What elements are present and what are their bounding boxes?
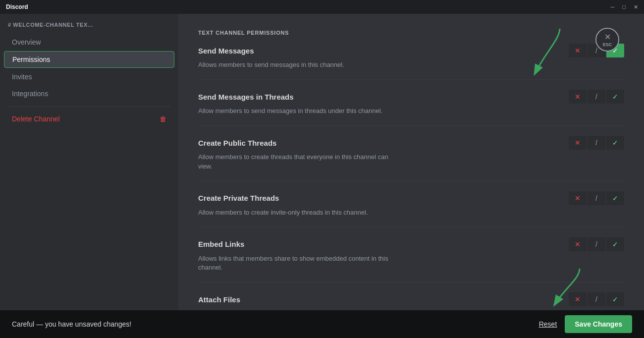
allow-btn-embed-links[interactable]: ✓ xyxy=(606,237,624,251)
sidebar-item-permissions[interactable]: Permissions xyxy=(4,51,174,68)
permission-row-send-messages: Send Messages ✕ / ✓ Allows members to se… xyxy=(198,44,624,80)
trash-icon: 🗑 xyxy=(160,115,166,123)
delete-channel-button[interactable]: Delete Channel 🗑 xyxy=(4,111,174,127)
permission-row-create-private-threads: Create Private Threads ✕ / ✓ Allow membe… xyxy=(198,191,624,227)
perm-desc: Allow members to send messages in thread… xyxy=(198,107,396,115)
perm-desc: Allow members to create threads that eve… xyxy=(198,153,396,170)
perm-header: Send Messages in Threads ✕ / ✓ xyxy=(198,90,624,104)
neutral-btn-create-public-threads[interactable]: / xyxy=(588,136,605,150)
channel-name: # welcome-channel tex... xyxy=(0,22,178,34)
permission-row-send-messages-threads: Send Messages in Threads ✕ / ✓ Allow mem… xyxy=(198,90,624,126)
delete-channel-label: Delete Channel xyxy=(12,115,60,123)
esc-button[interactable]: ✕ ESC xyxy=(595,28,619,52)
deny-btn-attach-files[interactable]: ✕ xyxy=(569,292,587,306)
esc-label: ESC xyxy=(603,42,612,47)
permission-row-embed-links: Embed Links ✕ / ✓ Allows links that memb… xyxy=(198,237,624,282)
save-changes-button[interactable]: Save Changes xyxy=(565,315,632,333)
perm-desc: Allows members to send messages in this … xyxy=(198,60,396,69)
main-layout: # welcome-channel tex... Overview Permis… xyxy=(0,14,644,338)
neutral-btn-attach-files[interactable]: / xyxy=(588,292,605,306)
allow-btn-send-messages-threads[interactable]: ✓ xyxy=(606,90,624,104)
section-label: TEXT CHANNEL PERMISSIONS xyxy=(198,30,624,36)
perm-controls: ✕ / ✓ xyxy=(569,292,624,306)
perm-title: Embed Links xyxy=(198,240,244,248)
sidebar-divider xyxy=(8,106,170,107)
close-button[interactable]: ✕ xyxy=(634,4,638,10)
app-title: Discord xyxy=(6,3,28,10)
neutral-btn-embed-links[interactable]: / xyxy=(588,237,605,251)
deny-btn-embed-links[interactable]: ✕ xyxy=(569,237,587,251)
perm-desc: Allow members to create invite-only thre… xyxy=(198,208,396,217)
allow-btn-attach-files[interactable]: ✓ xyxy=(606,292,624,306)
unsaved-text: Careful — you have unsaved changes! xyxy=(12,320,131,328)
allow-btn-create-public-threads[interactable]: ✓ xyxy=(606,136,624,150)
window-controls: ─ □ ✕ xyxy=(611,4,638,10)
neutral-btn-create-private-threads[interactable]: / xyxy=(588,191,605,205)
deny-btn-create-private-threads[interactable]: ✕ xyxy=(569,191,587,205)
perm-desc: Allows links that members share to show … xyxy=(198,254,396,272)
neutral-btn-send-messages-threads[interactable]: / xyxy=(588,90,605,104)
perm-header: Embed Links ✕ / ✓ xyxy=(198,237,624,251)
sidebar: # welcome-channel tex... Overview Permis… xyxy=(0,14,178,338)
perm-title: Send Messages in Threads xyxy=(198,93,294,101)
allow-btn-create-private-threads[interactable]: ✓ xyxy=(606,191,624,205)
perm-title: Create Private Threads xyxy=(198,194,279,202)
sidebar-item-overview[interactable]: Overview xyxy=(4,34,174,50)
perm-controls: ✕ / ✓ xyxy=(569,136,624,150)
content-area: TEXT CHANNEL PERMISSIONS Send Messages ✕… xyxy=(178,14,644,338)
bottom-bar: Careful — you have unsaved changes! Rese… xyxy=(0,310,644,338)
bottom-actions: Reset Save Changes xyxy=(539,315,632,333)
perm-header: Attach Files ✕ / ✓ xyxy=(198,292,624,306)
deny-btn-send-messages[interactable]: ✕ xyxy=(569,44,587,57)
sidebar-item-invites[interactable]: Invites xyxy=(4,69,174,85)
perm-header: Create Private Threads ✕ / ✓ xyxy=(198,191,624,205)
titlebar: Discord ─ □ ✕ xyxy=(0,0,644,14)
perm-header: Create Public Threads ✕ / ✓ xyxy=(198,136,624,150)
perm-title: Attach Files xyxy=(198,295,240,304)
deny-btn-send-messages-threads[interactable]: ✕ xyxy=(569,90,587,104)
x-icon: ✕ xyxy=(604,32,611,42)
permission-row-create-public-threads: Create Public Threads ✕ / ✓ Allow member… xyxy=(198,136,624,181)
maximize-button[interactable]: □ xyxy=(622,4,626,10)
deny-btn-create-public-threads[interactable]: ✕ xyxy=(569,136,587,150)
reset-button[interactable]: Reset xyxy=(539,320,557,328)
sidebar-item-integrations[interactable]: Integrations xyxy=(4,86,174,102)
perm-controls: ✕ / ✓ xyxy=(569,191,624,205)
perm-controls: ✕ / ✓ xyxy=(569,90,624,104)
perm-header: Send Messages ✕ / ✓ xyxy=(198,44,624,57)
perm-title: Create Public Threads xyxy=(198,139,276,147)
minimize-button[interactable]: ─ xyxy=(611,4,615,10)
perm-title: Send Messages xyxy=(198,47,254,55)
perm-controls: ✕ / ✓ xyxy=(569,237,624,251)
